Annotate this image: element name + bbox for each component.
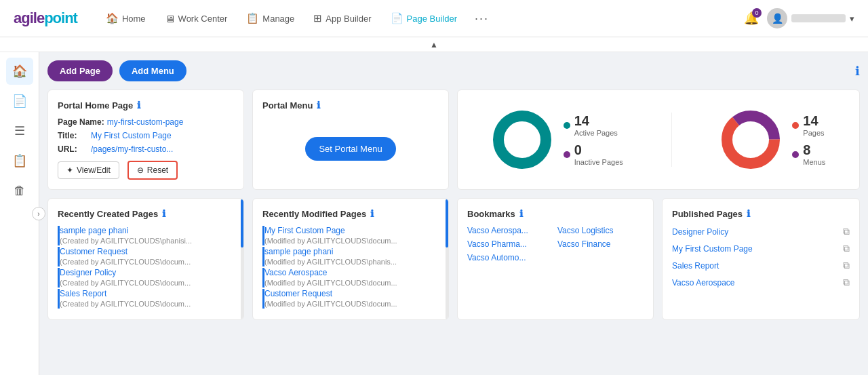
recently-modified-sub-2: (Modified by AGILITYCLOUDS\docum... xyxy=(264,279,397,287)
published-link-1[interactable]: My First Custom Page xyxy=(672,244,753,254)
nav-pagebuilder-label: Page Builder xyxy=(407,14,457,24)
recently-modified-link-1[interactable]: sample page phani xyxy=(264,247,439,256)
reset-icon: ⊖ xyxy=(137,165,144,175)
portal-home-info-icon[interactable]: ℹ xyxy=(137,100,140,111)
sidebar-item-list[interactable]: ☰ xyxy=(6,117,33,144)
recently-created-panel: Recently Created Pages ℹ sample page pha… xyxy=(47,198,244,320)
portal-menu-info-icon[interactable]: ℹ xyxy=(317,100,320,111)
sidebar-item-home[interactable]: 🏠 xyxy=(6,58,33,85)
nav-more[interactable]: ··· xyxy=(468,7,496,30)
sidebar-item-clipboard[interactable]: 📋 xyxy=(6,147,33,174)
bookmark-4[interactable]: Vacso Automo... xyxy=(467,253,553,262)
username-placeholder xyxy=(791,14,846,22)
reset-button[interactable]: ⊖ Reset xyxy=(127,161,178,180)
view-edit-icon: ✦ xyxy=(66,165,73,175)
notification-badge: 0 xyxy=(752,8,762,18)
content-area: Add Page Add Menu ℹ Portal Home Page ℹ P… xyxy=(39,52,868,375)
recently-created-link-0[interactable]: sample page phani xyxy=(60,226,234,235)
user-menu[interactable]: 👤 ▾ xyxy=(767,8,854,28)
avatar: 👤 xyxy=(767,8,787,28)
recently-modified-title: Recently Modified Pages ℹ xyxy=(262,208,439,219)
bookmark-3[interactable]: Vacso Finance xyxy=(557,239,644,249)
nav-items: 🏠 Home 🖥 Work Center 📋 Manage ⊞ App Buil… xyxy=(98,7,744,30)
active-pages-item: 14 Active Pages xyxy=(564,113,623,137)
list-item: My First Custom Page (Modified by AGILIT… xyxy=(262,226,439,245)
inactive-dot xyxy=(564,151,570,158)
chevron-down-icon: ▾ xyxy=(850,14,854,24)
recently-created-list: sample page phani (Created by AGILITYCLO… xyxy=(58,226,234,309)
recently-created-info-icon[interactable]: ℹ xyxy=(162,208,165,219)
published-link-0[interactable]: Designer Policy xyxy=(672,227,728,237)
svg-point-4 xyxy=(737,126,764,153)
pages-menus-chart: 14 Pages 8 Menus xyxy=(720,109,825,170)
sidebar-item-trash[interactable]: 🗑 xyxy=(6,177,33,204)
nav-workcenter[interactable]: 🖥 Work Center xyxy=(157,9,236,28)
sidebar-item-doc[interactable]: 📄 xyxy=(6,87,33,115)
recently-modified-sub-3: (Modified by AGILITYCLOUDS\docum... xyxy=(264,300,397,308)
list-item: Sales Report (Created by AGILITYCLOUDS\d… xyxy=(58,289,234,309)
recently-modified-link-0[interactable]: My First Custom Page xyxy=(264,226,439,235)
copy-icon-2[interactable]: ⧉ xyxy=(843,260,850,271)
nav-appbuilder[interactable]: ⊞ App Builder xyxy=(305,8,379,28)
url-label: URL: xyxy=(58,144,88,154)
collapse-bar[interactable]: ▲ xyxy=(0,37,868,52)
set-portal-menu-button[interactable]: Set Portal Menu xyxy=(305,137,395,161)
pages-item: 14 Pages xyxy=(792,113,825,137)
recently-created-link-2[interactable]: Designer Policy xyxy=(60,268,234,277)
bookmarks-info-icon[interactable]: ℹ xyxy=(519,208,523,219)
add-page-button[interactable]: Add Page xyxy=(47,60,113,81)
home-nav-icon: 🏠 xyxy=(106,12,119,24)
main-layout: 🏠 📄 ☰ 📋 🗑 › Add Page Add Menu ℹ Portal H… xyxy=(0,52,868,375)
recently-modified-info-icon[interactable]: ℹ xyxy=(370,208,374,219)
collapse-arrow-icon: ▲ xyxy=(430,40,438,50)
add-menu-button[interactable]: Add Menu xyxy=(119,60,186,81)
recently-modified-link-3[interactable]: Customer Request xyxy=(264,289,439,298)
recently-created-title: Recently Created Pages ℹ xyxy=(58,208,234,219)
stats-panel: 14 Active Pages 0 Inactive Pages xyxy=(457,90,860,190)
recently-created-sub-1: (Created by AGILITYCLOUDS\docum... xyxy=(60,258,191,266)
title-row: Title: My First Custom Page xyxy=(58,131,234,140)
recently-created-sub-3: (Created by AGILITYCLOUDS\docum... xyxy=(60,300,191,308)
url-value[interactable]: /pages/my-first-custo... xyxy=(91,144,173,154)
notification-bell[interactable]: 🔔 0 xyxy=(744,11,759,26)
list-item: sample page phani (Modified by AGILITYCL… xyxy=(262,247,439,267)
recently-created-sub-0: (Created by AGILITYCLOUDS\phanisi... xyxy=(60,237,192,245)
bookmark-1[interactable]: Vacso Logistics xyxy=(557,226,644,235)
nav-home[interactable]: 🏠 Home xyxy=(98,8,154,28)
toolbar-info-icon[interactable]: ℹ xyxy=(855,64,860,79)
recently-modified-sub-1: (Modified by AGILITYCLOUDS\phanis... xyxy=(264,258,397,266)
published-item-2: Sales Report ⧉ xyxy=(672,260,850,271)
logo: agilepoint xyxy=(14,9,77,27)
recently-modified-list: My First Custom Page (Modified by AGILIT… xyxy=(262,226,439,309)
pagebuilder-nav-icon: 📄 xyxy=(391,12,403,24)
nav-pagebuilder[interactable]: 📄 Page Builder xyxy=(382,8,465,28)
list-item: Designer Policy (Created by AGILITYCLOUD… xyxy=(58,268,234,288)
recently-created-sub-2: (Created by AGILITYCLOUDS\docum... xyxy=(60,279,191,287)
copy-icon-1[interactable]: ⧉ xyxy=(843,243,850,254)
page-name-label: Page Name: xyxy=(58,117,104,127)
view-edit-button[interactable]: ✦ View/Edit xyxy=(58,161,119,179)
stats-divider xyxy=(671,113,672,167)
top-nav: agilepoint 🏠 Home 🖥 Work Center 📋 Manage… xyxy=(0,0,868,37)
bookmark-0[interactable]: Vacso Aerospa... xyxy=(467,226,553,235)
page-name-value[interactable]: my-first-custom-page xyxy=(107,117,184,127)
published-link-3[interactable]: Vacso Aerospace xyxy=(672,278,735,288)
recently-created-link-1[interactable]: Customer Request xyxy=(60,247,234,256)
recently-created-link-3[interactable]: Sales Report xyxy=(60,289,234,298)
sidebar-expand-button[interactable]: › xyxy=(32,207,45,220)
copy-icon-0[interactable]: ⧉ xyxy=(843,226,850,237)
bookmarks-grid: Vacso Aerospa... Vacso Logistics Vacso P… xyxy=(467,226,644,262)
workcenter-nav-icon: 🖥 xyxy=(165,13,175,24)
pages-menus-legend: 14 Pages 8 Menus xyxy=(792,113,825,166)
published-pages-info-icon[interactable]: ℹ xyxy=(747,208,750,219)
portal-menu-panel: Portal Menu ℹ Set Portal Menu xyxy=(252,90,449,190)
bookmark-2[interactable]: Vacso Pharma... xyxy=(467,239,553,249)
published-link-2[interactable]: Sales Report xyxy=(672,261,719,271)
active-pages-chart: 14 Active Pages 0 Inactive Pages xyxy=(492,109,623,170)
recently-modified-panel: Recently Modified Pages ℹ My First Custo… xyxy=(252,198,449,320)
nav-manage[interactable]: 📋 Manage xyxy=(238,8,302,28)
recently-modified-link-2[interactable]: Vacso Aerospace xyxy=(264,268,439,277)
copy-icon-3[interactable]: ⧉ xyxy=(843,277,850,288)
portal-menu-title: Portal Menu ℹ xyxy=(262,100,439,111)
title-value[interactable]: My First Custom Page xyxy=(91,131,172,140)
